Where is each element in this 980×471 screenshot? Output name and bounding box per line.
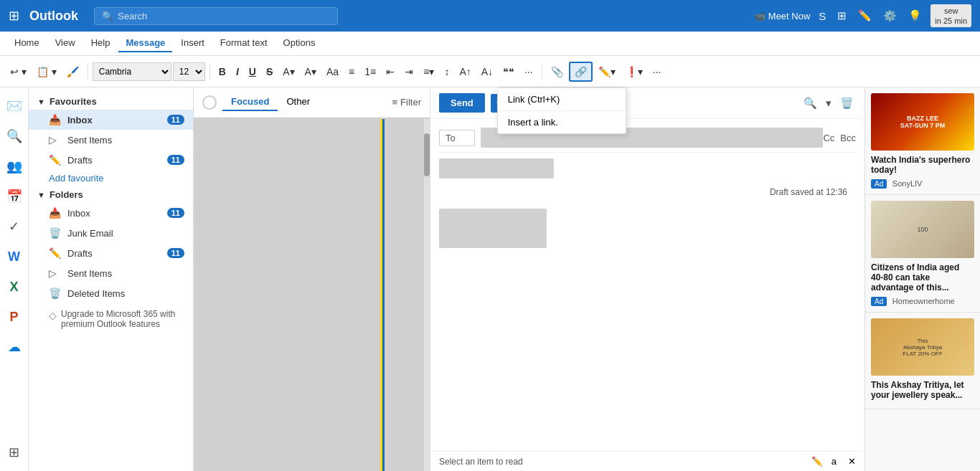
menu-insert[interactable]: Insert	[174, 34, 212, 52]
menu-message[interactable]: Message	[118, 34, 172, 52]
word-icon-btn[interactable]: W	[1, 244, 27, 270]
check-circle[interactable]	[202, 95, 217, 110]
format-painter-button[interactable]: 🖌️	[62, 63, 83, 80]
menu-view[interactable]: View	[48, 34, 83, 52]
menu-help[interactable]: Help	[84, 34, 118, 52]
favourites-header[interactable]: ▼ Favourites	[29, 93, 193, 110]
filter-icon: ≡	[392, 97, 398, 108]
paste-button[interactable]: 📋 ▾	[32, 63, 61, 80]
scroll-track[interactable]	[424, 119, 430, 471]
sidebar-sent-fav[interactable]: ▷ Sent Items	[29, 130, 193, 150]
pen-button[interactable]: ✏️▾	[594, 63, 620, 80]
sidebar-inbox-fav[interactable]: 📥 Inbox 11	[29, 110, 193, 130]
sidebar-inbox-folder[interactable]: 📥 Inbox 11	[29, 203, 193, 223]
menu-format-text[interactable]: Format text	[213, 34, 275, 52]
attachment-button[interactable]: 📎	[547, 63, 567, 80]
draft-saved-text: Draft saved at 12:36	[439, 184, 856, 200]
zoom-dropdown-btn[interactable]: ▾	[824, 95, 834, 112]
link-tooltip-insert[interactable]: Link (Ctrl+K)	[498, 88, 626, 111]
send-button[interactable]: Send	[439, 93, 485, 113]
font-select[interactable]: Cambria	[93, 62, 171, 81]
sent-folder-icon: ▷	[49, 267, 62, 279]
ad-card-2[interactable]: 100 Citizens of India aged 40-80 can tak…	[865, 195, 980, 313]
exclamation-button[interactable]: ❗▾	[621, 63, 647, 80]
bold-button[interactable]: B	[215, 65, 230, 79]
search-nav-icon-btn[interactable]: 🔍	[1, 123, 27, 149]
todo-icon-btn[interactable]: ✓	[1, 214, 27, 239]
to-label[interactable]: To	[439, 130, 475, 146]
bcc-button[interactable]: Bcc	[840, 133, 856, 143]
filter-button[interactable]: ≡ Filter	[392, 97, 421, 108]
onedrive-icon-btn[interactable]: ☁	[1, 334, 27, 360]
link-button[interactable]: 🔗	[569, 62, 593, 82]
search-input[interactable]	[118, 11, 330, 22]
strikethrough-button[interactable]: S	[262, 65, 277, 79]
meet-now-button[interactable]: 📹 Meet Now	[754, 11, 811, 22]
font-size-select[interactable]: 12	[173, 62, 205, 81]
ad-card-3[interactable]: ThisAkshaya TritiyaFLAT 20% OFF This Aks…	[865, 313, 980, 409]
people-icon-btn[interactable]: 👥	[1, 153, 27, 179]
skype-icon-btn[interactable]: S	[816, 7, 829, 25]
indent-decrease-button[interactable]: ⇤	[382, 63, 399, 80]
numbering-button[interactable]: 1≡	[360, 63, 380, 80]
settings-icon-btn[interactable]: ⚙️	[880, 6, 900, 25]
undo-button[interactable]: ↩ ▾	[6, 63, 31, 80]
link-tooltip-label: Link (Ctrl+K)	[508, 94, 560, 105]
italic-button[interactable]: I	[232, 65, 243, 79]
sidebar-sent-folder[interactable]: ▷ Sent Items	[29, 263, 193, 283]
filter-label: Filter	[400, 97, 421, 108]
cc-button[interactable]: Cc	[823, 133, 834, 143]
more-text-button[interactable]: ···	[520, 63, 537, 80]
sidebar-deleted-folder[interactable]: 🗑️ Deleted Items	[29, 283, 193, 303]
ad-badge-1: Ad	[871, 179, 887, 189]
alignment-button[interactable]: ≡▾	[419, 63, 438, 80]
calendar-icon-btn[interactable]: 📅	[1, 184, 27, 209]
quote-button[interactable]: ❝❝	[499, 63, 519, 80]
delete-icon-btn[interactable]: 🗑️	[838, 95, 856, 112]
sidebar-drafts-fav[interactable]: ✏️ Drafts 11	[29, 150, 193, 170]
increase-font-button[interactable]: A↑	[455, 63, 475, 80]
highlight-button[interactable]: A▾	[278, 63, 298, 80]
help-icon-btn[interactable]: 💡	[905, 6, 925, 25]
left-icon-bar: ✉️ 🔍 👥 📅 ✓ W X P ☁ ⊞	[0, 87, 29, 471]
mail-icon-btn[interactable]: ✉️	[1, 93, 27, 119]
footer-pencil-icon[interactable]: ✏️	[811, 456, 823, 467]
powerpoint-icon-btn[interactable]: P	[1, 304, 27, 330]
scroll-thumb[interactable]	[424, 133, 430, 176]
folders-header[interactable]: ▼ Folders	[29, 186, 193, 203]
ad-card-1[interactable]: BAZZ LEESAT-SUN 7 PM Watch India's super…	[865, 87, 980, 195]
menu-home[interactable]: Home	[7, 34, 47, 52]
zoom-icon-btn[interactable]: 🔍	[801, 95, 819, 112]
divider1	[88, 63, 88, 80]
toolbar: ↩ ▾ 📋 ▾ 🖌️ Cambria 12 B I U S A▾ A▾ Aa ≡…	[0, 56, 980, 87]
excel-icon-btn[interactable]: X	[1, 274, 27, 300]
office-icon-btn[interactable]: ⊞	[834, 6, 849, 25]
upgrade-block[interactable]: ◇ Upgrade to Microsoft 365 with premium …	[29, 303, 193, 335]
apps-icon-btn[interactable]: ⊞	[1, 439, 27, 465]
indent-increase-button[interactable]: ⇥	[400, 63, 418, 80]
sidebar-junk-folder[interactable]: 🗑️ Junk Email	[29, 223, 193, 243]
focused-tab[interactable]: Focused	[222, 93, 278, 111]
waffle-icon[interactable]: ⊞	[9, 8, 19, 24]
font-color-button[interactable]: A▾	[301, 63, 321, 80]
bullets-button[interactable]: ≡	[344, 63, 359, 80]
menu-options[interactable]: Options	[276, 34, 323, 52]
subject-input[interactable]	[439, 158, 554, 179]
line-spacing-button[interactable]: ↕	[440, 63, 453, 80]
footer-close-icon[interactable]: ✕	[848, 456, 856, 467]
link-tooltip-desc[interactable]: Insert a link.	[498, 111, 626, 133]
email-list-scroll[interactable]	[194, 118, 430, 471]
more-options-button[interactable]: ···	[649, 63, 666, 80]
ad-image-2: 100	[871, 201, 974, 258]
search-icon: 🔍	[102, 11, 113, 22]
other-tab[interactable]: Other	[278, 93, 319, 111]
text-case-button[interactable]: Aa	[322, 63, 343, 80]
underline-button[interactable]: U	[245, 65, 260, 79]
add-favourite-link[interactable]: Add favourite	[29, 170, 193, 186]
sidebar-drafts-folder[interactable]: ✏️ Drafts 11	[29, 243, 193, 263]
feedback-icon-btn[interactable]: ✏️	[855, 6, 875, 25]
sent-fav-label: Sent Items	[67, 135, 184, 146]
ad-title-2: Citizens of India aged 40-80 can take ad…	[871, 262, 974, 292]
decrease-font-button[interactable]: A↓	[477, 63, 497, 80]
compose-content-area[interactable]	[439, 209, 856, 248]
